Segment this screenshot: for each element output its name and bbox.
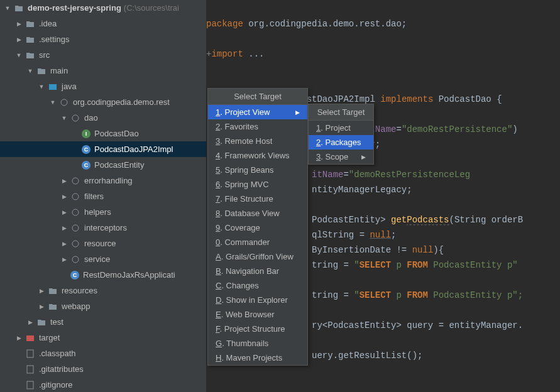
chevron-right-icon[interactable]: ▶	[26, 318, 34, 326]
chevron-down-icon[interactable]: ▼	[15, 52, 23, 59]
package-icon	[70, 223, 80, 233]
no-arrow	[60, 271, 68, 279]
chevron-right-icon[interactable]: ▶	[60, 209, 68, 216]
menu-item---navigation-bar[interactable]: B. Navigation Bar	[208, 264, 307, 278]
folder-icon	[48, 302, 58, 312]
menu-item---web-browser[interactable]: E. Web Browser	[208, 307, 307, 322]
menu-item---favorites[interactable]: 2. Favorites	[208, 119, 307, 134]
menu-item---scope[interactable]: 3. Scope▶	[309, 150, 373, 164]
tree-item-target[interactable]: ▶target	[0, 330, 206, 346]
folder-icon	[25, 35, 35, 45]
menu-item---project-view[interactable]: 1. Project View▶	[208, 105, 307, 119]
tree-item-webapp[interactable]: ▶webapp	[0, 298, 206, 314]
chevron-right-icon[interactable]: ▶	[15, 20, 23, 28]
chevron-down-icon[interactable]: ▼	[49, 99, 57, 106]
tree-item-podcastentity[interactable]: CPodcastEntity	[0, 157, 206, 173]
folder-open-icon	[36, 66, 47, 76]
menu-item---thumbnails[interactable]: G. Thumbnails	[208, 336, 307, 351]
chevron-right-icon[interactable]: ▶	[60, 224, 68, 232]
menu-item---spring-beans[interactable]: 5. Spring Beans	[208, 163, 307, 177]
tree-item-label: filters	[84, 192, 104, 201]
tree-item-test[interactable]: ▶test	[0, 314, 206, 330]
menu-item---commander[interactable]: 0. Commander	[208, 235, 307, 249]
menu-item---coverage[interactable]: 9. Coverage	[208, 220, 307, 235]
chevron-right-icon[interactable]: ▶	[15, 36, 23, 43]
svg-point-2	[72, 115, 79, 121]
folder-open-icon	[14, 3, 24, 13]
menu-item---project[interactable]: 1. Project	[309, 121, 373, 135]
tree-item-podcastdao[interactable]: IPodcastDao	[0, 126, 206, 141]
chevron-right-icon[interactable]: ▶	[60, 193, 68, 200]
var: qlString	[312, 230, 354, 240]
tree-item-demo-rest-jersey-spring[interactable]: ▼demo-rest-jersey-spring (C:\sources\tra…	[0, 0, 206, 16]
chevron-right-icon[interactable]: ▶	[60, 177, 68, 185]
folder-icon	[48, 286, 58, 296]
svg-point-8	[72, 256, 79, 263]
menu-item---packages[interactable]: 2. Packages	[309, 135, 373, 150]
tree-item-interceptors[interactable]: ▶interceptors	[0, 220, 206, 236]
tree-item--idea[interactable]: ▶.idea	[0, 16, 206, 31]
menu-item---grails-griffon-view[interactable]: A. Grails/Griffon View	[208, 249, 307, 264]
chevron-right-icon[interactable]: ▶	[38, 287, 45, 295]
tree-item-label: target	[39, 333, 60, 342]
tree-item-main[interactable]: ▼main	[0, 63, 206, 79]
chevron-down-icon[interactable]: ▼	[38, 83, 45, 90]
folder-open-icon	[25, 50, 35, 60]
chevron-right-icon[interactable]: ▶	[15, 334, 23, 342]
folder-icon	[25, 19, 35, 29]
chevron-down-icon[interactable]: ▼	[60, 114, 68, 122]
keyword: import	[211, 49, 243, 59]
svg-rect-0	[49, 84, 57, 90]
chevron-down-icon[interactable]: ▼	[4, 4, 11, 12]
tree-item-resource[interactable]: ▶resource	[0, 236, 206, 251]
select-target-popup[interactable]: Select Target 1. Project View▶2. Favorit…	[207, 88, 308, 366]
menu-item---framework-views[interactable]: 4. Framework Views	[208, 148, 307, 163]
menu-item---remote-host[interactable]: 3. Remote Host	[208, 134, 307, 148]
tree-item-src[interactable]: ▼src	[0, 47, 206, 63]
chevron-right-icon[interactable]: ▶	[60, 240, 68, 248]
tree-item-label: org.codingpedia.demo.rest	[73, 97, 170, 107]
tree-item-label: src	[39, 50, 50, 60]
menu-item---maven-projects[interactable]: H. Maven Projects	[208, 351, 307, 365]
tree-item-label: service	[84, 254, 110, 264]
file-icon	[25, 364, 35, 374]
select-target-submenu[interactable]: Select Target 1. Project2. Packages3. Sc…	[308, 104, 374, 165]
sql-keyword-2: SELECT	[360, 290, 391, 300]
menu-item---show-in-explorer[interactable]: D. Show in Explorer	[208, 293, 307, 307]
tree-item-podcastdaojpa2impl[interactable]: CPodcastDaoJPA2Impl	[0, 141, 206, 157]
menu-item---spring-mvc[interactable]: 6. Spring MVC	[208, 177, 307, 192]
tree-item-helpers[interactable]: ▶helpers	[0, 204, 206, 220]
file-icon	[25, 349, 35, 359]
chevron-down-icon[interactable]: ▼	[26, 67, 34, 75]
tree-item-resources[interactable]: ▶resources	[0, 283, 206, 298]
menu-item---database-view[interactable]: 8. Database View	[208, 206, 307, 220]
tree-item-java[interactable]: ▼java	[0, 79, 206, 94]
tree-item--classpath[interactable]: .classpath	[0, 346, 206, 361]
tree-item-label: main	[50, 66, 68, 75]
tree-item-label: dao	[84, 113, 98, 122]
menu-item---file-structure[interactable]: 7. File Structure	[208, 192, 307, 206]
tree-item--gitignore[interactable]: .gitignore	[0, 377, 206, 392]
package-icon	[70, 254, 80, 264]
tree-item-filters[interactable]: ▶filters	[0, 188, 206, 204]
menu-item---changes[interactable]: C. Changes	[208, 278, 307, 293]
project-tree[interactable]: ▼demo-rest-jersey-spring (C:\sources\tra…	[0, 0, 206, 392]
tree-item--settings[interactable]: ▶.settings	[0, 31, 206, 47]
tree-item-restdemojaxrsapplicati[interactable]: CRestDemoJaxRsApplicati	[0, 267, 206, 283]
menu-item---project-structure[interactable]: F. Project Structure	[208, 322, 307, 336]
tree-item-label: .gitignore	[39, 380, 72, 389]
package-name: org.codingpedia.demo.rest.dao	[248, 19, 402, 29]
chevron-right-icon[interactable]: ▶	[60, 256, 68, 263]
tree-item--gitattributes[interactable]: .gitattributes	[0, 361, 206, 377]
chevron-right-icon[interactable]: ▶	[38, 303, 45, 310]
tree-item-service[interactable]: ▶service	[0, 251, 206, 267]
tree-item-label: test	[50, 317, 63, 327]
tree-item-errorhandling[interactable]: ▶errorhandling	[0, 173, 206, 188]
declaration: ry<PodcastEntity> query = entityManager.	[312, 320, 523, 330]
keyword: package	[206, 19, 243, 29]
tree-item-org-codingpedia-demo-rest[interactable]: ▼org.codingpedia.demo.rest	[0, 94, 206, 110]
string-literal: "demoRestPersistenceLeg	[349, 170, 470, 180]
svg-rect-10	[27, 350, 33, 357]
tree-item-dao[interactable]: ▼dao	[0, 110, 206, 126]
collapsed-imports[interactable]: ...	[248, 49, 264, 59]
